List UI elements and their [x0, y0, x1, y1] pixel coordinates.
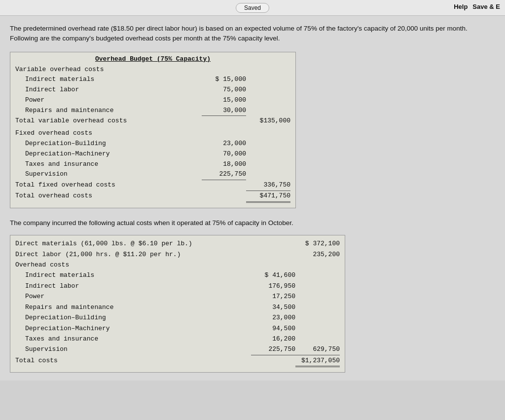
table-row: Indirect labor 75,000 [15, 85, 290, 95]
row-label: Fixed overhead costs [15, 128, 202, 139]
row-label: Total fixed overhead costs [15, 180, 202, 191]
row-label: Total variable overhead costs [15, 116, 202, 126]
table-row: Total costs $1,237,050 [15, 355, 340, 367]
row-label: Indirect materials [15, 75, 202, 85]
table-row: Power 17,250 [15, 291, 340, 302]
row-label: Indirect materials [15, 270, 251, 280]
table-row: Supervision 225,750 [15, 169, 290, 180]
intro-text: The predetermined overhead rate ($18.50 … [10, 24, 495, 44]
row-label: Power [15, 291, 251, 302]
table-row: Depreciation–Machinery 70,000 [15, 149, 290, 159]
row-label: Power [15, 95, 202, 106]
row-label: Supervision [15, 344, 251, 354]
row-label: Repairs and maintenance [15, 302, 251, 312]
table-row: Depreciation–Building 23,000 [15, 312, 340, 323]
row-label: Depreciation–Building [15, 312, 251, 323]
row-label: Indirect labor [15, 85, 202, 95]
table-row: Supervision 225,750 629,750 [15, 344, 340, 355]
table-row: Depreciation–Building 23,000 [15, 139, 290, 149]
table-row: Overhead costs [15, 260, 340, 270]
table-row: Indirect materials $ 15,000 [15, 75, 290, 85]
actual-costs-table: Direct materials (61,000 lbs. @ $6.10 pe… [10, 235, 345, 373]
table-row: Indirect labor 176,950 [15, 281, 340, 291]
budget-table-title: Overhead Budget (75% Capacity) [15, 55, 290, 63]
row-label: Repairs and maintenance [15, 106, 202, 116]
table-row: Depreciation–Machinery 94,500 [15, 323, 340, 334]
row-label: Direct materials (61,000 lbs. @ $6.10 pe… [15, 238, 251, 249]
row-label: Taxes and insurance [15, 159, 202, 170]
row-label: Total costs [15, 355, 251, 366]
table-row: Variable overhead costs [15, 65, 290, 75]
top-bar: Saved Help Save & E [0, 0, 505, 16]
table-row: Fixed overhead costs [15, 128, 290, 139]
table-row: Total overhead costs $471,750 [15, 191, 290, 203]
table-row: Taxes and insurance 16,200 [15, 334, 340, 344]
table-row: Power 15,000 [15, 95, 290, 106]
table-row: Direct labor (21,000 hrs. @ $11.20 per h… [15, 249, 340, 260]
row-label: Total overhead costs [15, 191, 202, 201]
row-label: Indirect labor [15, 281, 251, 291]
budget-table: Overhead Budget (75% Capacity) Variable … [10, 52, 296, 208]
row-label: Depreciation–Building [15, 139, 202, 149]
save-button[interactable]: Save & E [472, 3, 500, 10]
table-row: Direct materials (61,000 lbs. @ $6.10 pe… [15, 238, 340, 249]
help-button[interactable]: Help [454, 3, 468, 10]
row-label: Supervision [15, 169, 202, 180]
table-row: Indirect materials $ 41,600 [15, 270, 340, 280]
table-row: Taxes and insurance 18,000 [15, 159, 290, 170]
table-row: Total fixed overhead costs 336,750 [15, 180, 290, 191]
row-label: Variable overhead costs [15, 65, 202, 75]
table-row: Repairs and maintenance 30,000 [15, 106, 290, 116]
main-content: The predetermined overhead rate ($18.50 … [0, 16, 505, 381]
mid-text: The company incurred the following actua… [10, 218, 495, 228]
row-label: Depreciation–Machinery [15, 149, 202, 159]
table-row: Repairs and maintenance 34,500 [15, 302, 340, 312]
top-right-buttons: Help Save & E [454, 3, 500, 10]
row-label: Depreciation–Machinery [15, 323, 251, 334]
table-row: Total variable overhead costs $135,000 [15, 116, 290, 126]
saved-badge: Saved [236, 3, 269, 13]
row-label: Overhead costs [15, 260, 251, 270]
row-label: Taxes and insurance [15, 334, 251, 344]
row-label: Direct labor (21,000 hrs. @ $11.20 per h… [15, 249, 251, 260]
